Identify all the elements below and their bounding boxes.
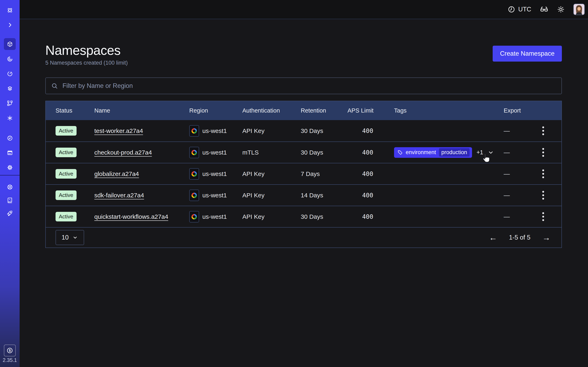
temporal-logo[interactable] [5,5,15,15]
page-title: Namespaces [45,44,128,57]
column-header: Status [56,107,94,114]
sidebar-item-batch-operations[interactable] [5,113,15,123]
sidebar-item-workflows[interactable] [5,54,15,64]
name-cell: sdk-failover.a27a4 [94,192,189,199]
retention-cell: 30 Days [301,127,347,134]
nexus-branch-icon [7,100,13,106]
name-cell: checkout-prod.a27a4 [94,149,189,156]
topbar: UTC [20,0,588,19]
namespace-link[interactable]: quickstart-workflows.a27a4 [94,213,168,220]
region-cell: us-west1 [189,190,242,201]
status-badge: Active [56,148,77,157]
column-header: Authentication [242,107,301,114]
region-label: us-west1 [202,192,227,199]
status-badge: Active [56,126,77,136]
actions-cell [534,168,553,180]
filter-input[interactable] [62,82,556,90]
namespace-link[interactable]: test-worker.a27a4 [94,127,143,134]
name-cell: test-worker.a27a4 [94,127,189,134]
workflows-spiral-icon [7,56,13,62]
tags-cell: environment production +1 [394,147,504,158]
status-cell: Active [56,148,94,157]
sidebar-expand-chevron-icon[interactable] [5,20,15,30]
namespace-link[interactable]: checkout-prod.a27a4 [94,149,152,156]
tag-group: environment production +1 [394,147,494,158]
avatar[interactable] [573,4,585,15]
status-cell: Active [56,191,94,200]
chevron-down-icon [72,235,78,240]
namespaces-table: StatusNameRegionAuthenticationRetentionA… [45,101,562,248]
tag-chip[interactable]: environment production [394,147,472,158]
aps-limit-cell: 400 [347,192,374,199]
reader-mode-button[interactable] [540,5,548,14]
table-row: Active test-worker.a27a4 us-west1 API Ke… [46,120,562,142]
status-cell: Active [56,126,94,136]
tag-value: production [439,148,470,157]
aps-limit-cell: 400 [347,127,374,134]
sidebar-item-usage[interactable] [5,133,15,143]
region-cell: us-west1 [189,125,242,137]
row-actions-kebab[interactable] [538,146,548,159]
sidebar-item-billing[interactable] [5,148,15,158]
sidebar-item-namespaces[interactable] [4,38,16,50]
table-row: Active globalizer.a27a4 us-west1 API Key… [46,163,562,184]
status-badge: Active [56,169,77,179]
pagination-bar: 10 ← 1-5 of 5 → [46,227,562,248]
gcp-cloud-icon [189,211,199,222]
region-label: us-west1 [202,170,227,177]
aps-limit-cell: 400 [347,170,374,177]
export-cell: — [504,192,534,199]
actions-cell [534,211,553,223]
schedules-timer-icon [7,71,13,77]
create-namespace-button[interactable]: Create Namespace [493,46,562,62]
sidebar-item-getting-started[interactable] [5,209,15,218]
batch-asterisk-icon [7,115,13,121]
clock-icon [508,6,515,13]
gcp-cloud-icon [189,190,199,201]
support-lifebuoy-icon [7,184,13,190]
settings-gear-icon [7,164,13,171]
namespaces-cube-icon [7,41,13,47]
auth-cell: API Key [242,192,301,199]
deployments-layers-icon [7,85,13,92]
sidebar-item-settings[interactable] [5,162,15,172]
tags-expand-chevron-icon[interactable] [488,150,494,156]
next-page-button[interactable]: → [541,233,552,242]
credits-dollar-icon: $ [6,347,13,354]
auth-cell: mTLS [242,149,301,156]
gcp-cloud-icon [189,147,199,158]
auth-cell: API Key [242,127,301,134]
timezone-selector[interactable]: UTC [508,6,531,13]
status-badge: Active [56,191,77,200]
region-cell: us-west1 [189,168,242,180]
tag-more-count[interactable]: +1 [476,149,483,156]
sidebar-item-deployments[interactable] [5,83,15,93]
prev-page-button[interactable]: ← [488,233,498,242]
sidebar-item-nexus[interactable] [5,98,15,108]
search-icon [51,82,58,89]
sidebar-item-schedules[interactable] [5,69,15,78]
namespace-link[interactable]: sdk-failover.a27a4 [94,192,144,199]
auth-cell: API Key [242,170,301,177]
namespace-link[interactable]: globalizer.a27a4 [94,170,139,177]
sidebar-item-support[interactable] [5,182,15,192]
credits-button[interactable]: $ [4,345,16,356]
arrow-left-icon: ← [489,233,497,242]
row-actions-kebab[interactable] [538,125,548,137]
page-size-select[interactable]: 10 [56,230,84,245]
column-header: Name [94,107,189,114]
sidebar-item-docs[interactable] [5,195,15,205]
row-actions-kebab[interactable] [538,211,548,223]
avatar-image [574,4,584,15]
row-actions-kebab[interactable] [538,189,548,201]
theme-toggle-button[interactable] [557,6,565,13]
aps-limit-cell: 400 [347,149,374,156]
usage-gauge-icon [7,135,13,141]
region-cell: us-west1 [189,147,242,158]
region-label: us-west1 [202,127,227,134]
row-actions-kebab[interactable] [538,168,548,180]
column-header: Tags [394,107,504,114]
table-row: Active quickstart-workflows.a27a4 us-wes… [46,206,562,227]
gcp-cloud-icon [189,168,199,180]
name-cell: globalizer.a27a4 [94,170,189,177]
